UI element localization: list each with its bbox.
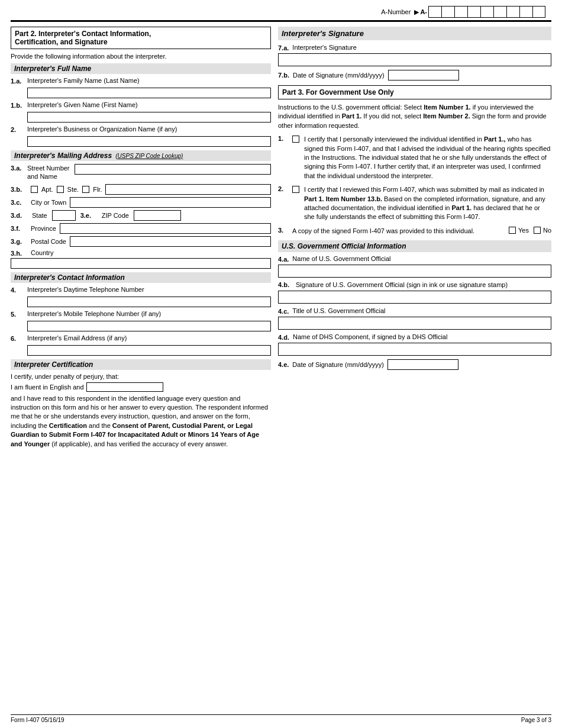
item3-block: 3. A copy of the signed Form I-407 was p… — [278, 227, 551, 236]
apt-label: Apt. — [41, 186, 53, 193]
field-3f-input[interactable] — [60, 223, 271, 234]
a-number-box-7[interactable] — [506, 6, 519, 18]
field-4c-block: 4.c. Title of U.S. Government Official — [278, 307, 551, 330]
item3-no-label: No — [543, 227, 551, 234]
a-number-box-9[interactable] — [532, 6, 545, 18]
item3-yes-checkbox[interactable] — [509, 227, 516, 234]
flr-checkbox[interactable] — [82, 186, 89, 193]
field-3f-num: 3.f. — [11, 224, 27, 232]
field-4a-label: Name of U.S. Government Official — [292, 255, 390, 262]
field-1b-block: 1.b. Interpreter's Given Name (First Nam… — [11, 101, 271, 123]
field-7a-label: Interpreter's Signature — [292, 44, 357, 51]
flr-label: Flr. — [93, 186, 102, 193]
field-4c-input[interactable] — [278, 317, 551, 330]
field-3g-block: 3.g. Postal Code — [11, 236, 271, 247]
field-2-input[interactable] — [27, 136, 271, 147]
field-4d-input[interactable] — [278, 343, 551, 356]
item2-pre: I certify that I reviewed this Form I-40… — [304, 186, 544, 193]
field-4c-num: 4.c. — [278, 308, 289, 315]
item2-num: 2. — [278, 185, 288, 192]
field-3f-text: Province — [31, 225, 56, 232]
cert-and: and the — [87, 422, 112, 429]
cert-end: (if applicable), and has verified the ac… — [50, 440, 228, 447]
mailing-address-header: Interpreter's Mailing Address (USPS ZIP … — [11, 150, 271, 161]
field-3c-input[interactable] — [70, 197, 271, 208]
field-3h-input[interactable] — [11, 258, 271, 269]
inst-bold2: Part 1. — [342, 112, 362, 120]
field-6-input[interactable] — [27, 345, 271, 356]
item3-yes-no: Yes No — [509, 227, 551, 234]
usps-lookup-link[interactable]: (USPS ZIP Code Lookup) — [115, 153, 183, 159]
field-4e-input[interactable] — [387, 359, 458, 370]
inst-pre: Instructions to the U.S. government offi… — [278, 104, 424, 111]
field-7b-block: 7.b. Date of Signature (mm/dd/yyyy) — [278, 70, 551, 80]
field-4b-label: Signature of U.S. Government Official (s… — [296, 281, 508, 288]
field-5-num: 5. — [11, 310, 27, 318]
cert-fluent-row: I am fluent in English and — [11, 382, 271, 392]
footer: Form I-407 05/16/19 Page 3 of 3 — [11, 714, 551, 723]
field-1b-num: 1.b. — [11, 101, 27, 109]
item3-text: A copy of the signed Form I-407 was prov… — [292, 227, 474, 234]
field-1b-label: Interpreter's Given Name (First Name) — [27, 101, 271, 108]
a-number-box-6[interactable] — [493, 6, 506, 18]
item2-text: I certify that I reviewed this Form I-40… — [304, 185, 551, 222]
field-1a-input[interactable] — [27, 88, 271, 98]
field-4a-num: 4.a. — [278, 256, 289, 263]
field-1b-input[interactable] — [27, 112, 271, 123]
field-3a-block: 3.a. Street Numberand Name — [11, 164, 271, 181]
inst-bold3: Item Number 2. — [423, 112, 470, 120]
a-number-box-4[interactable] — [467, 6, 480, 18]
a-number-box-1[interactable] — [428, 6, 441, 18]
item3-num: 3. — [278, 227, 288, 234]
field-4-num: 4. — [11, 286, 27, 294]
interpreters-full-name-header: Interpreter's Full Name — [11, 63, 271, 74]
part2-title-line1: Part 2. Interpreter's Contact Informatio… — [15, 30, 267, 38]
certification-label: Interpreter Certification — [14, 360, 93, 369]
contact-info-label: Interpreter's Contact Information — [14, 273, 125, 282]
field-3d-input[interactable] — [52, 210, 76, 221]
item3-no-checkbox[interactable] — [534, 227, 541, 234]
field-3d-num: 3.d. — [11, 211, 27, 219]
field-3e-num: 3.e. — [80, 211, 97, 219]
item1-checkbox[interactable] — [292, 136, 299, 143]
field-7b-input[interactable] — [388, 70, 459, 80]
field-3a-num: 3.a. — [11, 164, 27, 172]
right-column: Interpreter's Signature 7.a. Interpreter… — [278, 27, 551, 451]
field-3a-input[interactable] — [75, 164, 271, 175]
field-3c-text: City or Town — [31, 199, 66, 206]
ste-checkbox[interactable] — [57, 186, 64, 193]
cert-language-input[interactable] — [86, 382, 163, 392]
cert-fluent-text: I am fluent in English and — [11, 384, 84, 391]
field-7a-input[interactable] — [278, 53, 551, 66]
a-number-box-5[interactable] — [480, 6, 493, 18]
field-4b-input[interactable] — [278, 291, 551, 304]
a-number-arrow: ▶ — [414, 8, 419, 16]
a-number-box-8[interactable] — [519, 6, 532, 18]
field-3g-input[interactable] — [70, 236, 271, 247]
a-number-box-3[interactable] — [454, 6, 467, 18]
field-4c-label: Title of U.S. Government Official — [292, 307, 385, 314]
field-4-input[interactable] — [27, 297, 271, 307]
field-3a-text: Street Numberand Name — [27, 164, 75, 181]
provide-text: Provide the following information about … — [11, 53, 271, 60]
item2-bold2: Part 1. — [452, 204, 472, 211]
a-number-box-2[interactable] — [441, 6, 454, 18]
field-1a-block: 1.a. Interpreter's Family Name (Last Nam… — [11, 77, 271, 98]
field-5-input[interactable] — [27, 321, 271, 331]
field-3b-input[interactable] — [105, 184, 271, 195]
field-4e-num: 4.e. — [278, 361, 289, 368]
apt-checkbox[interactable] — [31, 186, 38, 193]
field-4a-input[interactable] — [278, 265, 551, 278]
field-4-block: 4. Interpreter's Daytime Telephone Numbe… — [11, 286, 271, 307]
field-5-block: 5. Interpreter's Mobile Telephone Number… — [11, 310, 271, 331]
field-1a-num: 1.a. — [11, 77, 27, 85]
field-4d-num: 4.d. — [278, 334, 289, 341]
field-3h-num: 3.h. — [11, 249, 27, 257]
field-3e-input[interactable] — [134, 210, 181, 221]
item2-checkbox[interactable] — [292, 186, 299, 193]
field-3c-num: 3.c. — [11, 198, 27, 206]
field-4d-label: Name of DHS Component, if signed by a DH… — [293, 333, 447, 340]
field-6-num: 6. — [11, 334, 27, 342]
interp-sig-header: Interpreter's Signature — [278, 27, 551, 40]
part2-header-box: Part 2. Interpreter's Contact Informatio… — [11, 27, 271, 49]
